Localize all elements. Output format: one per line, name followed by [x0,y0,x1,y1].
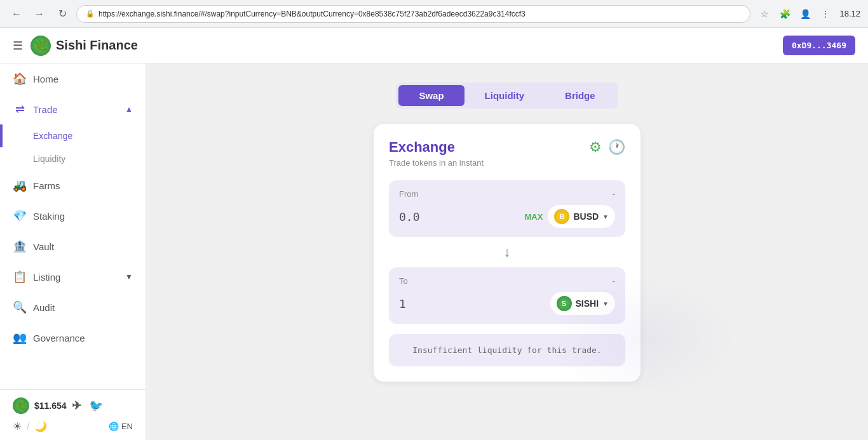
from-label: From [399,189,418,199]
sidebar-item-liquidity[interactable]: Liquidity [0,147,146,170]
to-amount-input[interactable] [399,297,475,310]
sidebar-bottom-row: ☀ / 🌙 🌐 EN [13,420,133,432]
sidebar-label-listing: Listing [33,272,60,283]
sidebar-label-exchange: Exchange [33,131,72,141]
exchange-card: Exchange Trade tokens in an instant ⚙ 🕐 [374,124,641,382]
from-token-label: BUSD [573,211,599,222]
history-button[interactable]: 🕐 [608,139,625,156]
sidebar-item-trade[interactable]: ⇌ Trade ▲ [0,94,146,124]
exchange-actions: ⚙ 🕐 [589,139,625,156]
extensions-button[interactable]: 🧩 [776,5,794,23]
settings-button[interactable]: ⚙ [589,139,602,156]
sishi-price: $11.654 [34,401,67,411]
to-box: To - S SISHI ▼ [389,267,625,324]
sidebar-item-staking[interactable]: 💎 Staking [0,201,146,231]
sidebar: 🏠 Home ⇌ Trade ▲ Exchange Liquidity 🚜 Fa… [0,63,146,440]
exchange-subtitle: Trade tokens in an instant [389,158,484,168]
url-bar[interactable]: 🔒 https://exchange.sishi.finance/#/swap?… [76,5,750,23]
sidebar-item-audit[interactable]: 🔍 Audit [0,292,146,323]
theme-divider: / [27,421,29,432]
to-box-header: To - [399,276,615,286]
logo-text: Sishi Finance [56,38,138,53]
sidebar-item-farms[interactable]: 🚜 Farms [0,170,146,201]
browser-bar: ← → ↻ 🔒 https://exchange.sishi.finance/#… [0,0,868,28]
max-button[interactable]: MAX [525,212,543,222]
language-button[interactable]: 🌐 EN [109,422,133,431]
farms-icon: 🚜 [13,178,27,192]
back-button[interactable]: ← [8,5,25,23]
profile-button[interactable]: 👤 [796,5,814,23]
listing-chevron-icon: ▼ [125,272,133,281]
globe-icon: 🌐 [109,422,119,431]
sidebar-label-audit: Audit [33,302,55,313]
theme-switcher: ☀ / 🌙 [13,420,47,432]
trade-icon: ⇌ [13,102,27,116]
audit-icon: 🔍 [13,300,27,314]
listing-icon: 📋 [13,270,27,284]
to-token-chevron-icon: ▼ [602,300,609,307]
logo-icon: 🌿 [31,36,51,56]
tab-liquidity[interactable]: Liquidity [465,85,545,106]
browser-time: 18.12 [839,9,860,18]
to-right: S SISHI ▼ [550,292,615,315]
exchange-title: Exchange [389,139,484,156]
lock-icon: 🔒 [86,10,95,18]
exchange-title-block: Exchange Trade tokens in an instant [389,139,484,168]
sidebar-label-trade: Trade [33,104,58,115]
to-label: To [399,276,408,286]
error-message: Insufficient liquidity for this trade. [412,345,601,355]
exchange-header: Exchange Trade tokens in an instant ⚙ 🕐 [389,139,625,168]
swap-direction-button[interactable]: ↓ [497,242,517,262]
forward-button[interactable]: → [31,5,48,23]
header-left: ☰ 🌿 Sishi Finance [13,36,138,56]
sidebar-item-listing[interactable]: 📋 Listing ▼ [0,262,146,292]
sidebar-item-vault[interactable]: 🏦 Vault [0,231,146,262]
vault-icon: 🏦 [13,239,27,253]
sidebar-label-farms: Farms [33,180,60,191]
wallet-address-button[interactable]: 0xD9...3469 [783,36,855,55]
app-header: ☰ 🌿 Sishi Finance 0xD9...3469 [0,28,868,63]
price-logo-icon: 🌿 [13,397,29,414]
home-icon: 🏠 [13,72,27,86]
telegram-icon[interactable]: ✈ [72,399,81,413]
error-box: Insufficient liquidity for this trade. [389,334,625,366]
tab-bridge[interactable]: Bridge [545,85,616,106]
arrow-down-icon: ↓ [504,244,511,260]
twitter-icon[interactable]: 🐦 [89,399,103,413]
from-amount-input[interactable] [399,210,475,223]
url-text: https://exchange.sishi.finance/#/swap?in… [98,10,526,18]
menu-button[interactable]: ⋮ [817,5,834,23]
gear-icon: ⚙ [589,139,602,156]
sidebar-label-vault: Vault [33,241,54,252]
app-container: ☰ 🌿 Sishi Finance 0xD9...3469 🏠 Home ⇌ T… [0,28,868,440]
sidebar-label-governance: Governance [33,333,85,343]
hamburger-button[interactable]: ☰ [13,39,23,53]
reload-button[interactable]: ↻ [53,5,71,23]
tabs-container: Swap Liquidity Bridge [396,83,618,109]
from-box-row: MAX B BUSD ▼ [399,205,615,228]
sishi-icon: S [557,296,572,311]
trade-chevron-icon: ▲ [125,105,133,114]
from-box-header: From - [399,189,615,199]
sidebar-item-governance[interactable]: 👥 Governance [0,323,146,353]
busd-icon: B [554,209,569,224]
sidebar-socials: ✈ 🐦 [72,399,103,413]
language-label: EN [121,422,133,431]
sidebar-price: 🌿 $11.654 ✈ 🐦 [13,397,133,414]
sidebar-footer: 🌿 $11.654 ✈ 🐦 ☀ / 🌙 🌐 EN [0,389,146,440]
content-area: 🏠 Home ⇌ Trade ▲ Exchange Liquidity 🚜 Fa… [0,63,868,440]
from-box: From - MAX B BUSD ▼ [389,180,625,237]
tab-swap[interactable]: Swap [398,85,464,106]
to-token-selector[interactable]: S SISHI ▼ [550,292,615,315]
hamburger-icon: ☰ [13,39,23,53]
sidebar-item-exchange[interactable]: Exchange [0,124,146,147]
bookmark-button[interactable]: ☆ [756,5,773,23]
governance-icon: 👥 [13,331,27,345]
to-dash: - [613,276,615,286]
light-theme-button[interactable]: ☀ [13,420,22,432]
dark-theme-button[interactable]: 🌙 [34,420,47,432]
sidebar-item-home[interactable]: 🏠 Home [0,63,146,94]
from-token-selector[interactable]: B BUSD ▼ [548,205,615,228]
from-token-chevron-icon: ▼ [602,213,609,220]
swap-arrow-container: ↓ [389,242,625,262]
